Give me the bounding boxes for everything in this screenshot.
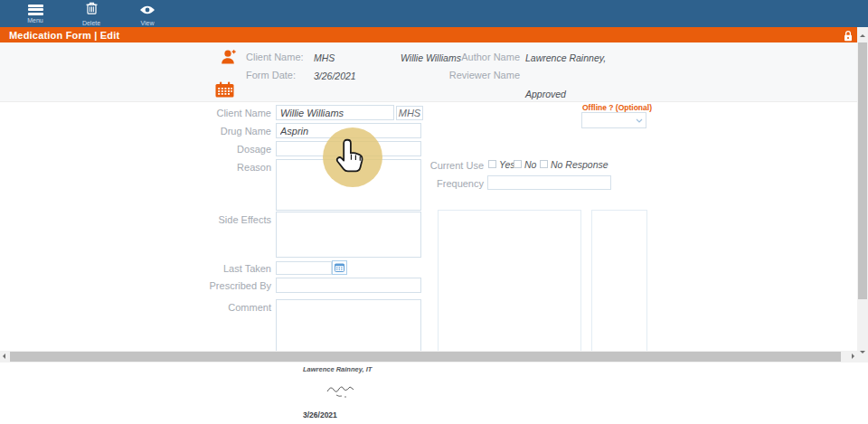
reason-label: Reason [188, 162, 271, 173]
signature-date: 3/26/2021 [303, 410, 337, 419]
frequency-label: Frequency [401, 178, 484, 189]
date-picker-calendar-icon [335, 263, 344, 272]
menu-button[interactable]: Menu [7, 0, 63, 27]
medication-form-window: Menu Delete View [0, 0, 868, 424]
header-author-label: Author Name [434, 52, 520, 62]
record-header: Client Name: MHS Willie Williams Form Da… [0, 42, 857, 102]
side-effects-label: Side Effects [188, 214, 271, 225]
signed-by-text: Lawrence Rainney, IT [303, 365, 372, 373]
reason-textarea[interactable] [276, 159, 421, 211]
current-use-label: Current Use [401, 160, 484, 171]
delete-button-label: Delete [82, 20, 100, 26]
view-button-label: View [140, 20, 154, 26]
chevron-down-icon [633, 113, 646, 127]
client-code-box: MHS [396, 106, 423, 120]
offline-optional-label: Offline ? (Optional) [582, 103, 652, 112]
vertical-scrollbar[interactable] [857, 27, 868, 363]
current-use-noresponse-label: No Response [551, 159, 609, 170]
person-add-icon [221, 49, 238, 70]
header-client-name-label: Client Name: [246, 52, 304, 62]
header-reviewer-label: Reviewer Name [416, 70, 520, 80]
client-name-label: Client Name [188, 108, 271, 118]
empty-list-panel-right[interactable] [591, 210, 647, 352]
current-use-no-checkbox[interactable] [514, 160, 522, 168]
header-form-date-label: Form Date: [246, 70, 296, 80]
current-use-no-label: No [524, 159, 536, 170]
header-client-code: MHS [314, 52, 335, 63]
last-taken-label: Last Taken [188, 263, 271, 274]
date-picker-button[interactable] [332, 260, 347, 275]
scroll-up-arrow-icon[interactable] [860, 34, 865, 37]
header-author-name: Lawrence Rainney, [525, 52, 606, 63]
prescribed-by-label: Prescribed By [188, 280, 271, 291]
horizontal-scrollbar-thumb[interactable] [10, 352, 841, 362]
delete-button[interactable]: Delete [63, 0, 119, 27]
hamburger-menu-icon [28, 5, 43, 15]
header-status-approved: Approved [525, 89, 566, 99]
current-use-noresponse-checkbox[interactable] [540, 160, 548, 168]
trash-icon [85, 2, 99, 18]
offline-dropdown-value [582, 113, 633, 127]
prescribed-by-input[interactable] [276, 278, 421, 293]
form-title-bar: Medication Form | Edit [0, 27, 857, 42]
view-button[interactable]: View [119, 0, 175, 27]
page-title: Medication Form | Edit [9, 30, 119, 41]
scroll-right-arrow-icon[interactable] [852, 353, 854, 359]
header-form-date: 3/26/2021 [314, 71, 356, 81]
empty-list-panel-left[interactable] [438, 210, 581, 352]
vertical-scrollbar-thumb[interactable] [858, 42, 867, 299]
calendar-icon [215, 81, 234, 101]
horizontal-scrollbar[interactable] [0, 351, 857, 363]
current-use-yes-checkbox[interactable] [488, 160, 496, 168]
top-toolbar: Menu Delete View [0, 0, 868, 27]
eye-icon [139, 2, 156, 18]
last-taken-input[interactable] [276, 261, 332, 275]
scroll-left-arrow-icon[interactable] [3, 353, 5, 359]
comment-label: Comment [188, 302, 271, 313]
scroll-down-arrow-icon[interactable] [860, 351, 865, 353]
menu-button-label: Menu [27, 17, 43, 24]
side-effects-textarea[interactable] [276, 212, 421, 258]
frequency-input[interactable] [487, 175, 611, 190]
offline-dropdown[interactable] [581, 112, 646, 128]
drug-name-label: Drug Name [188, 126, 271, 137]
current-use-yes-label: Yes [499, 159, 515, 170]
drug-name-input[interactable] [276, 123, 421, 138]
signature-image [326, 383, 356, 405]
client-name-input[interactable] [276, 105, 394, 120]
dosage-label: Dosage [188, 144, 271, 155]
comment-textarea[interactable] [276, 299, 421, 353]
dosage-input[interactable] [276, 141, 421, 156]
